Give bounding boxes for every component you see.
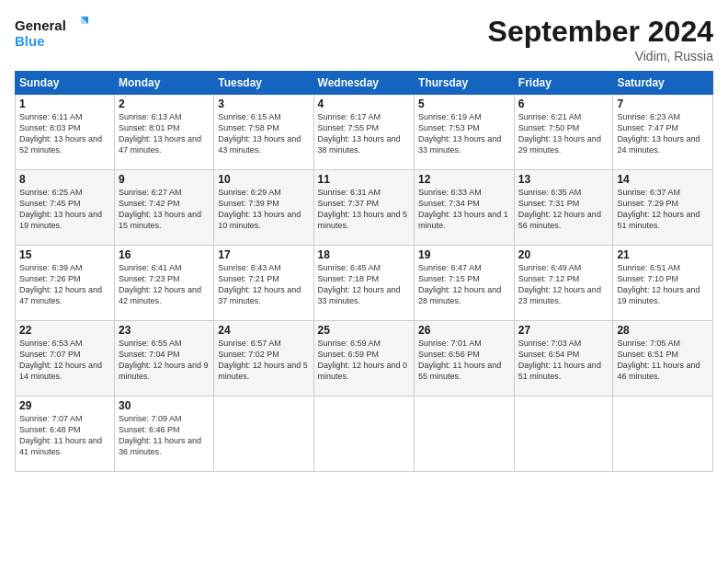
table-cell: [613, 396, 713, 472]
day-info: Sunrise: 6:17 AMSunset: 7:55 PMDaylight:…: [318, 111, 411, 156]
day-info: Sunrise: 6:27 AMSunset: 7:42 PMDaylight:…: [119, 187, 210, 232]
location: Vidim, Russia: [488, 49, 713, 63]
day-number: 8: [19, 173, 110, 186]
day-number: 26: [418, 324, 510, 337]
day-info: Sunrise: 6:15 AMSunset: 7:58 PMDaylight:…: [218, 111, 309, 156]
day-info: Sunrise: 6:59 AMSunset: 6:59 PMDaylight:…: [318, 338, 411, 383]
day-info: Sunrise: 6:23 AMSunset: 7:47 PMDaylight:…: [617, 111, 709, 156]
day-number: 29: [19, 399, 110, 412]
col-thursday: Thursday: [415, 72, 515, 95]
day-info: Sunrise: 6:25 AMSunset: 7:45 PMDaylight:…: [19, 187, 110, 232]
header: General Blue September 2024 Vidim, Russi…: [15, 15, 713, 63]
table-cell: [514, 396, 613, 472]
day-info: Sunrise: 6:31 AMSunset: 7:37 PMDaylight:…: [318, 187, 411, 232]
svg-text:General: General: [15, 17, 66, 33]
svg-text:Blue: Blue: [15, 33, 45, 49]
day-number: 9: [119, 173, 210, 186]
day-number: 24: [218, 324, 309, 337]
table-cell: 27 Sunrise: 7:03 AMSunset: 6:54 PMDaylig…: [514, 321, 613, 396]
day-number: 3: [218, 98, 309, 110]
day-info: Sunrise: 6:45 AMSunset: 7:18 PMDaylight:…: [318, 262, 411, 307]
day-number: 13: [518, 173, 609, 186]
table-cell: 20 Sunrise: 6:49 AMSunset: 7:12 PMDaylig…: [514, 246, 613, 321]
col-tuesday: Tuesday: [214, 72, 313, 95]
day-info: Sunrise: 7:03 AMSunset: 6:54 PMDaylight:…: [518, 338, 609, 383]
day-number: 19: [418, 248, 510, 261]
day-info: Sunrise: 6:39 AMSunset: 7:26 PMDaylight:…: [19, 262, 110, 307]
day-number: 5: [418, 98, 510, 110]
title-block: September 2024 Vidim, Russia: [488, 15, 713, 63]
day-number: 11: [318, 173, 411, 186]
table-cell: 1 Sunrise: 6:11 AMSunset: 8:03 PMDayligh…: [16, 95, 115, 170]
table-cell: 13 Sunrise: 6:35 AMSunset: 7:31 PMDaylig…: [514, 170, 613, 246]
day-number: 25: [318, 324, 411, 337]
day-number: 30: [119, 399, 210, 412]
day-number: 4: [318, 98, 411, 110]
day-number: 21: [617, 248, 709, 261]
day-number: 10: [218, 173, 309, 186]
day-number: 28: [617, 324, 709, 337]
table-row: 29 Sunrise: 7:07 AMSunset: 6:48 PMDaylig…: [16, 396, 713, 472]
day-number: 27: [518, 324, 609, 337]
logo: General Blue: [15, 15, 92, 52]
col-monday: Monday: [115, 72, 214, 95]
table-row: 15 Sunrise: 6:39 AMSunset: 7:26 PMDaylig…: [16, 246, 713, 321]
table-cell: 16 Sunrise: 6:41 AMSunset: 7:23 PMDaylig…: [115, 246, 214, 321]
day-info: Sunrise: 6:29 AMSunset: 7:39 PMDaylight:…: [218, 187, 309, 232]
day-info: Sunrise: 6:11 AMSunset: 8:03 PMDaylight:…: [19, 111, 110, 156]
day-number: 2: [119, 98, 210, 110]
calendar-page: General Blue September 2024 Vidim, Russi…: [0, 0, 728, 563]
table-cell: 22 Sunrise: 6:53 AMSunset: 7:07 PMDaylig…: [16, 321, 115, 396]
table-cell: 28 Sunrise: 7:05 AMSunset: 6:51 PMDaylig…: [613, 321, 713, 396]
day-info: Sunrise: 6:51 AMSunset: 7:10 PMDaylight:…: [617, 262, 709, 307]
table-cell: 6 Sunrise: 6:21 AMSunset: 7:50 PMDayligh…: [514, 95, 613, 170]
day-info: Sunrise: 6:13 AMSunset: 8:01 PMDaylight:…: [119, 111, 210, 156]
day-number: 23: [119, 324, 210, 337]
table-cell: 10 Sunrise: 6:29 AMSunset: 7:39 PMDaylig…: [214, 170, 313, 246]
table-cell: 7 Sunrise: 6:23 AMSunset: 7:47 PMDayligh…: [613, 95, 713, 170]
day-number: 6: [518, 98, 609, 110]
calendar-table: Sunday Monday Tuesday Wednesday Thursday…: [15, 71, 713, 472]
table-cell: 18 Sunrise: 6:45 AMSunset: 7:18 PMDaylig…: [313, 246, 415, 321]
table-cell: 4 Sunrise: 6:17 AMSunset: 7:55 PMDayligh…: [313, 95, 415, 170]
table-cell: 17 Sunrise: 6:43 AMSunset: 7:21 PMDaylig…: [214, 246, 313, 321]
table-cell: [415, 396, 515, 472]
day-info: Sunrise: 6:47 AMSunset: 7:15 PMDaylight:…: [418, 262, 510, 307]
day-info: Sunrise: 7:09 AMSunset: 6:46 PMDaylight:…: [119, 413, 210, 458]
day-number: 22: [19, 324, 110, 337]
table-cell: 3 Sunrise: 6:15 AMSunset: 7:58 PMDayligh…: [214, 95, 313, 170]
day-info: Sunrise: 6:53 AMSunset: 7:07 PMDaylight:…: [19, 338, 110, 383]
col-friday: Friday: [514, 72, 613, 95]
table-cell: 15 Sunrise: 6:39 AMSunset: 7:26 PMDaylig…: [16, 246, 115, 321]
table-cell: 14 Sunrise: 6:37 AMSunset: 7:29 PMDaylig…: [613, 170, 713, 246]
table-cell: 2 Sunrise: 6:13 AMSunset: 8:01 PMDayligh…: [115, 95, 214, 170]
table-cell: 5 Sunrise: 6:19 AMSunset: 7:53 PMDayligh…: [415, 95, 515, 170]
table-row: 1 Sunrise: 6:11 AMSunset: 8:03 PMDayligh…: [16, 95, 713, 170]
day-number: 18: [318, 248, 411, 261]
day-info: Sunrise: 6:37 AMSunset: 7:29 PMDaylight:…: [617, 187, 709, 232]
day-number: 14: [617, 173, 709, 186]
day-info: Sunrise: 6:49 AMSunset: 7:12 PMDaylight:…: [518, 262, 609, 307]
day-info: Sunrise: 6:33 AMSunset: 7:34 PMDaylight:…: [418, 187, 510, 232]
day-number: 7: [617, 98, 709, 110]
table-cell: [214, 396, 313, 472]
table-cell: 19 Sunrise: 6:47 AMSunset: 7:15 PMDaylig…: [415, 246, 515, 321]
day-info: Sunrise: 7:07 AMSunset: 6:48 PMDaylight:…: [19, 413, 110, 458]
table-row: 8 Sunrise: 6:25 AMSunset: 7:45 PMDayligh…: [16, 170, 713, 246]
day-info: Sunrise: 6:55 AMSunset: 7:04 PMDaylight:…: [119, 338, 210, 383]
table-cell: 9 Sunrise: 6:27 AMSunset: 7:42 PMDayligh…: [115, 170, 214, 246]
col-sunday: Sunday: [16, 72, 115, 95]
day-info: Sunrise: 6:41 AMSunset: 7:23 PMDaylight:…: [119, 262, 210, 307]
day-number: 15: [19, 248, 110, 261]
table-cell: 24 Sunrise: 6:57 AMSunset: 7:02 PMDaylig…: [214, 321, 313, 396]
day-number: 12: [418, 173, 510, 186]
table-cell: 30 Sunrise: 7:09 AMSunset: 6:46 PMDaylig…: [115, 396, 214, 472]
table-cell: 29 Sunrise: 7:07 AMSunset: 6:48 PMDaylig…: [16, 396, 115, 472]
day-number: 20: [518, 248, 609, 261]
table-cell: 26 Sunrise: 7:01 AMSunset: 6:56 PMDaylig…: [415, 321, 515, 396]
table-cell: 8 Sunrise: 6:25 AMSunset: 7:45 PMDayligh…: [16, 170, 115, 246]
day-info: Sunrise: 6:21 AMSunset: 7:50 PMDaylight:…: [518, 111, 609, 156]
logo-icon: General Blue: [15, 15, 88, 52]
day-info: Sunrise: 7:05 AMSunset: 6:51 PMDaylight:…: [617, 338, 709, 383]
day-number: 16: [119, 248, 210, 261]
